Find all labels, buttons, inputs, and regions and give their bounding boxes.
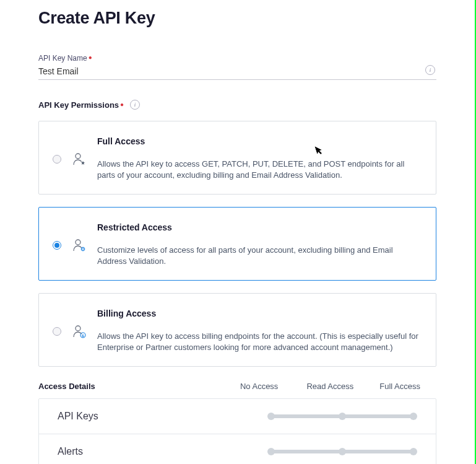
api-key-name-field: API Key Name● i xyxy=(38,54,436,80)
svg-point-3 xyxy=(76,326,80,331)
access-details-title: Access Details xyxy=(38,382,240,391)
api-key-name-label: API Key Name● xyxy=(38,54,436,63)
user-dollar-icon: $ xyxy=(72,325,86,338)
permission-title: Restricted Access xyxy=(97,222,422,232)
user-star-icon xyxy=(72,152,86,166)
access-row-api-keys: API Keys xyxy=(39,399,436,434)
permission-title: Full Access xyxy=(97,136,422,146)
svg-point-1 xyxy=(76,240,80,245)
permission-list: Full Access Allows the API key to access… xyxy=(38,121,436,367)
permissions-label: API Key Permissions● i xyxy=(38,100,436,110)
col-read-access: Read Access xyxy=(306,382,353,391)
info-icon[interactable]: i xyxy=(425,65,435,75)
page-title: Create API Key xyxy=(38,9,436,28)
access-row-alerts: Alerts xyxy=(39,434,436,464)
permission-option-billing[interactable]: $ Billing Access Allows the API key to a… xyxy=(38,293,436,367)
info-icon[interactable]: i xyxy=(130,100,140,110)
col-no-access: No Access xyxy=(240,382,278,391)
radio-unchecked[interactable] xyxy=(53,155,61,164)
access-details-header: Access Details No Access Read Access Ful… xyxy=(38,382,436,391)
access-list: API Keys Alerts Category Management xyxy=(38,398,436,464)
permission-option-restricted[interactable]: Restricted Access Customize levels of ac… xyxy=(38,207,436,281)
api-key-name-input[interactable] xyxy=(38,65,422,77)
svg-point-0 xyxy=(76,154,80,159)
permission-description: Customize levels of access for all parts… xyxy=(97,245,422,266)
col-full-access: Full Access xyxy=(379,382,420,391)
permission-title: Billing Access xyxy=(97,309,422,318)
access-slider[interactable] xyxy=(267,447,417,456)
user-gear-icon xyxy=(72,239,86,252)
access-columns: No Access Read Access Full Access xyxy=(240,382,436,391)
access-row-label: Alerts xyxy=(58,446,267,457)
svg-point-2 xyxy=(82,248,84,250)
access-row-label: API Keys xyxy=(58,411,267,422)
radio-checked[interactable] xyxy=(53,241,61,250)
required-indicator: ● xyxy=(120,101,124,108)
required-indicator: ● xyxy=(89,54,92,61)
permission-description: Allows the API key to access GET, PATCH,… xyxy=(97,159,422,180)
svg-text:$: $ xyxy=(82,334,84,338)
permission-description: Allows the API key to access billing end… xyxy=(97,331,422,352)
access-slider[interactable] xyxy=(267,412,417,421)
radio-unchecked[interactable] xyxy=(53,327,61,336)
permission-option-full[interactable]: Full Access Allows the API key to access… xyxy=(38,121,436,195)
